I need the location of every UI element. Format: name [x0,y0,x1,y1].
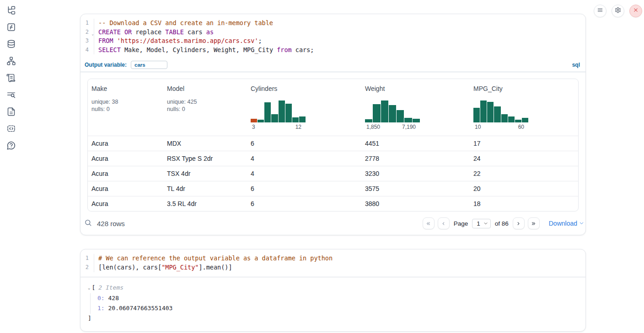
column-histogram[interactable]: 1,8507,190 [365,100,420,130]
sidebar-item-scratchpad[interactable] [6,74,16,84]
search-icon[interactable] [84,219,92,228]
line-number: 2⌄ [80,28,94,37]
last-page-button[interactable] [528,217,540,229]
file-tree-icon [6,5,16,17]
histogram-bar [404,118,412,122]
close-icon [633,7,639,15]
histogram-max-label: 7,190 [402,124,416,130]
code-segment: TABLE [165,28,184,36]
table-cell: 22 [470,170,578,177]
sidebar-item-snippets[interactable] [6,124,16,134]
column-header[interactable]: MPG_City1060 [470,79,578,136]
settings-button[interactable] [612,5,624,17]
tree-entry-value: 428 [108,295,118,301]
table-cell: 3230 [361,170,470,177]
code-segment: OR [124,28,132,36]
table-cell: 3.5 RL 4dr [163,200,247,207]
column-label: Make [91,85,161,92]
sidebar-item-dependency-graph[interactable] [6,57,16,67]
shutdown-button[interactable] [629,5,642,17]
table-cell: 17 [470,140,578,147]
output-variable-bar: Output variable: sql [80,59,585,72]
histogram-min-label: 10 [475,124,481,130]
column-label: Model [167,85,244,92]
column-header[interactable]: Modelunique: 425nulls: 0 [163,79,247,136]
histogram-bar [501,114,508,122]
code-segment: CREATE [98,28,121,36]
histogram-bar [397,110,404,122]
sidebar-item-file-explorer[interactable] [6,6,16,16]
prev-page-button[interactable] [438,217,450,229]
histogram-bar [487,102,494,122]
code-segment: replace [132,28,165,36]
histogram-bar [389,105,396,122]
column-label: MPG_City [473,85,575,92]
table-cell: 3880 [361,200,470,207]
output-tree: ⌄ [ 2 Items 0: 4281: 20.060747663551403 … [80,277,585,331]
row-count: 428 rows [97,220,125,227]
histogram-bar [480,100,487,122]
histogram-bar [365,119,372,122]
gear-icon [615,7,621,15]
file-text-icon [6,107,16,118]
code-segment: # We can reference the output variable a… [98,254,333,262]
sidebar-item-help[interactable] [6,141,16,151]
table-cell: Acura [88,140,163,147]
output-variable-input[interactable] [131,61,167,69]
code-line: 3FROM 'https://datasets.marimo.app/cars.… [80,37,585,46]
output-variable-label: Output variable: [85,62,127,68]
column-histogram[interactable]: 312 [251,100,306,130]
histogram-bar [381,100,388,122]
histogram-bar [258,120,264,122]
sidebar-item-documentation[interactable] [6,107,16,117]
table-cell: 20 [470,185,578,192]
download-button[interactable]: Download [549,220,584,227]
window-controls [594,5,642,17]
sidebar-item-data-sources[interactable] [6,40,16,50]
column-stats: unique: 425nulls: 0 [167,98,244,113]
sidebar [0,0,22,333]
table-cell: TL 4dr [163,185,247,192]
table-row[interactable]: AcuraRSX Type S 2dr4277824 [88,151,578,166]
column-header[interactable]: Weight1,8507,190 [361,79,470,136]
code-segment: -- Download a CSV and create an in-memor… [98,19,273,26]
table-row[interactable]: AcuraTL 4dr6357520 [88,181,578,196]
column-header[interactable]: Cylinders312 [247,79,361,136]
table-row[interactable]: AcuraTSX 4dr4323022 [88,166,578,181]
function-square-icon [6,22,16,34]
page-select-value: 1 [477,220,480,227]
table-row[interactable]: Acura3.5 RL 4dr6388018 [88,196,578,211]
code-segment: cars [184,28,206,36]
python-code-editor[interactable]: 1# We can reference the output variable … [80,249,585,276]
code-segment: ].mean()] [199,264,232,271]
histogram-bar [271,114,278,122]
table-cell: 6 [247,140,361,147]
column-histogram[interactable]: 1060 [473,100,528,130]
code-line: 2⌄CREATE OR replace TABLE cars as [80,28,585,37]
histogram-bar [292,117,299,122]
tree-entry: 0: 428 [97,293,578,304]
table-row[interactable]: AcuraMDX6445117 [88,136,578,151]
histogram-bar [494,106,500,122]
table-cell: TSX 4dr [163,170,247,177]
histogram-max-label: 12 [295,124,301,130]
table-cell: Acura [88,200,163,207]
sidebar-item-functions[interactable] [6,23,16,33]
menu-button[interactable] [594,5,606,17]
page-select[interactable]: 1 [472,219,491,228]
code-segment: 'https://datasets.marimo.app/cars.csv' [117,37,258,44]
collapse-icon[interactable]: ⌄ [88,283,90,292]
bracket-close: ] [88,314,578,323]
histogram-min-label: 3 [252,124,255,130]
scroll-icon [6,73,16,85]
column-header[interactable]: Makeunique: 38nulls: 0 [88,79,163,136]
sql-code-editor[interactable]: 1-- Download a CSV and create an in-memo… [80,14,585,59]
line-number: 3 [80,37,94,46]
next-page-button[interactable] [513,217,525,229]
sidebar-item-logs[interactable] [6,90,16,100]
table-cell: 3575 [361,185,470,192]
histogram-bar [508,116,515,122]
code-segment: cars; [292,46,314,53]
histogram-bar [473,108,480,122]
first-page-button[interactable] [423,217,435,229]
